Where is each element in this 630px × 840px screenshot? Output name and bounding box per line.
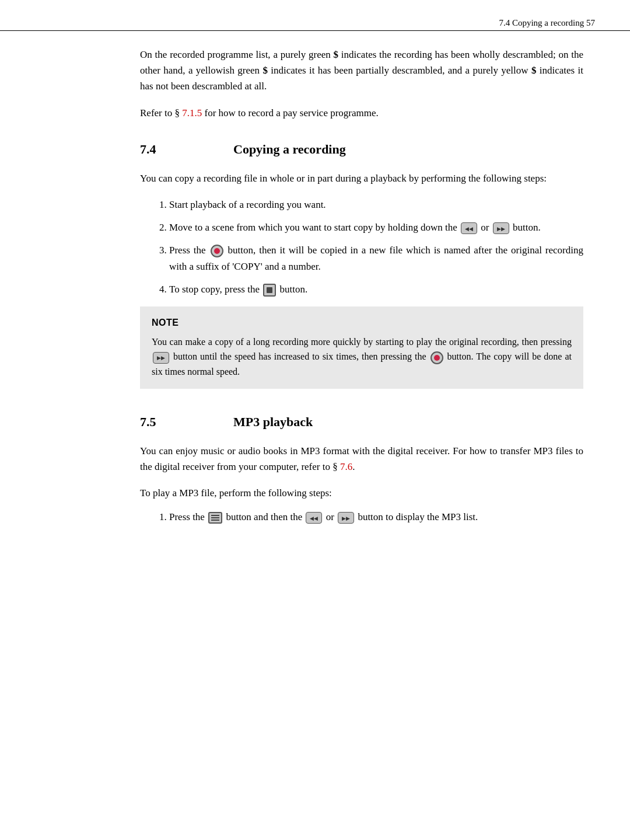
step-74-1: Start playback of a recording you want. <box>169 197 583 212</box>
section-75-intro: You can enjoy music or audio books in MP… <box>140 443 583 475</box>
page: 7.4 Copying a recording 57 On the record… <box>0 0 630 840</box>
step-74-3: Press the button, then it will be copied… <box>169 242 583 274</box>
step-75-1: Press the button and then the or button … <box>169 509 583 525</box>
section-75-steps: Press the button and then the or button … <box>169 509 583 525</box>
header-text: 7.4 Copying a recording 57 <box>499 16 595 30</box>
note-text: You can make a copy of a long recording … <box>152 334 572 379</box>
section-75: 7.5 MP3 playback You can enjoy music or … <box>140 412 583 525</box>
stop-button-icon <box>263 284 276 297</box>
note-label: NOTE <box>152 316 572 330</box>
record-button-icon <box>211 245 223 257</box>
refer-paragraph: Refer to § 7.1.5 for how to record a pay… <box>140 105 583 121</box>
section-75-heading: 7.5 MP3 playback <box>140 412 583 431</box>
section-74-steps: Start playback of a recording you want. … <box>169 197 583 297</box>
step-74-4-text: To stop copy, press the button. <box>169 284 307 295</box>
fast-forward-button-icon <box>493 222 509 234</box>
section-link-76[interactable]: 7.6 <box>340 461 352 472</box>
section-74-number: 7.4 <box>140 140 233 159</box>
section-74-heading: 7.4 Copying a recording <box>140 140 583 159</box>
section-74-title: Copying a recording <box>233 140 346 159</box>
step75-rewind-icon <box>306 512 322 524</box>
intro-paragraph-1: On the recorded programme list, a purely… <box>140 47 583 95</box>
step-74-3-text: Press the button, then it will be copied… <box>169 245 583 271</box>
header-rule <box>0 30 630 31</box>
section-75-sub-intro: To play a MP3 file, perform the followin… <box>140 485 583 501</box>
step-74-2: Move to a scene from which you want to s… <box>169 219 583 235</box>
content-area: On the recorded programme list, a purely… <box>140 0 583 525</box>
section-74: 7.4 Copying a recording You can copy a r… <box>140 140 583 389</box>
menu-button-icon <box>208 512 222 524</box>
step-74-4: To stop copy, press the button. <box>169 281 583 297</box>
note-box: NOTE You can make a copy of a long recor… <box>140 306 583 389</box>
rewind-button-icon <box>461 222 477 234</box>
section-74-intro: You can copy a recording file in whole o… <box>140 170 583 186</box>
step75-ff-icon <box>338 512 354 524</box>
step-74-2-text: Move to a scene from which you want to s… <box>169 222 541 233</box>
section-link-715[interactable]: 7.1.5 <box>182 107 202 118</box>
note-record-button-icon <box>430 351 443 364</box>
step-75-1-text: Press the button and then the or button … <box>169 511 478 522</box>
section-75-number: 7.5 <box>140 412 233 431</box>
note-ff-button-icon <box>153 352 169 364</box>
step-74-1-text: Start playback of a recording you want. <box>169 199 326 210</box>
section-75-title: MP3 playback <box>233 412 313 431</box>
